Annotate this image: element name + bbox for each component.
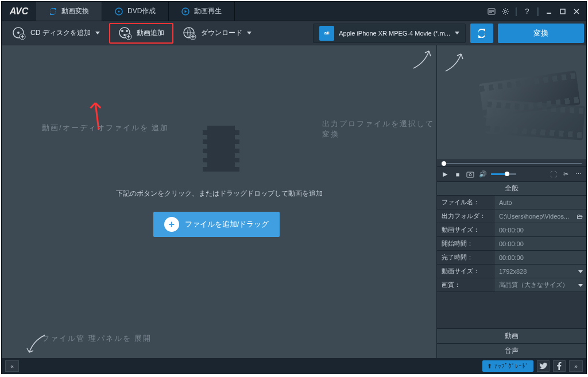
more-button[interactable]: ⋯ — [574, 170, 583, 179]
hint-profile: 出力プロファイルを選択して変換 — [322, 119, 436, 139]
add-cd-label: CD ディスクを追加 — [30, 28, 91, 38]
tab-video-convert[interactable]: 動画変換 — [36, 2, 102, 21]
prop-vidsize-value: 00:00:00 — [494, 223, 586, 236]
add-video-button[interactable]: 動画追加 — [109, 23, 173, 44]
prop-filename-value[interactable]: Auto — [494, 196, 586, 209]
title-bar: AVC 動画変換 DVD作成 動画再生 — [2, 2, 586, 21]
svg-point-11 — [126, 30, 128, 32]
expand-panel-button[interactable]: » — [569, 360, 583, 372]
play-button[interactable]: ▶ — [440, 170, 450, 179]
svg-point-12 — [123, 34, 126, 36]
output-profile-dropdown[interactable]: all Apple iPhone XR MPEG-4 Movie (*.m... — [313, 24, 466, 43]
upgrade-button[interactable]: ⬆ ｱｯﾌﾟｸﾞﾚｰﾄﾞ — [482, 360, 533, 372]
refresh-button[interactable] — [470, 24, 493, 43]
prop-start-value: 00:00:00 — [494, 237, 586, 250]
prop-dim-dropdown[interactable]: 1792x828 — [494, 265, 586, 278]
download-label: ダウンロード — [201, 28, 242, 38]
toolbar: CD ディスクを追加 動画追加 ダウンロード all Apple iPhone … — [2, 21, 586, 45]
settings-icon[interactable] — [500, 6, 510, 17]
caret-down-icon — [455, 32, 459, 34]
maximize-button[interactable] — [558, 6, 568, 17]
snapshot-button[interactable] — [466, 170, 475, 179]
tab-play-label: 動画再生 — [194, 6, 222, 16]
profile-all-icon: all — [319, 26, 334, 41]
volume-slider[interactable] — [491, 173, 516, 175]
hint-expand: ファイル管 理パネルを 展開 — [42, 333, 152, 344]
add-cd-button[interactable]: CD ディスクを追加 — [4, 23, 108, 44]
profile-label: Apple iPhone XR MPEG-4 Movie (*.m... — [339, 30, 450, 37]
svg-rect-5 — [560, 9, 565, 14]
hint-add-file: 動画/オーディオファイルを 追加 — [42, 123, 169, 133]
convert-button[interactable]: 変換 — [498, 24, 584, 43]
caret-down-icon — [247, 32, 252, 34]
film-placeholder-icon — [203, 126, 239, 172]
disc-icon — [115, 7, 123, 15]
caret-down-icon — [578, 284, 583, 287]
prop-start-label: 開始時間： — [437, 237, 494, 250]
convert-label: 変換 — [533, 28, 548, 38]
download-button[interactable]: ダウンロード — [175, 23, 260, 44]
svg-point-10 — [121, 30, 123, 32]
caret-down-icon — [578, 270, 583, 273]
facebook-button[interactable] — [553, 360, 566, 372]
tab-dvd-label: DVD作成 — [127, 6, 156, 16]
svg-point-1 — [118, 10, 120, 12]
curve-arrow-icon — [443, 51, 466, 74]
cut-button[interactable]: ✂ — [561, 170, 570, 179]
upgrade-label: ｱｯﾌﾟｸﾞﾚｰﾄﾞ — [494, 363, 529, 370]
help-icon[interactable]: ? — [522, 6, 532, 17]
film-plus-icon — [118, 26, 132, 40]
svg-rect-16 — [467, 172, 474, 177]
section-audio[interactable]: 音声 — [437, 343, 586, 358]
add-file-button[interactable]: + ファイルを追加/ドラッグ — [153, 212, 280, 237]
stop-button[interactable]: ■ — [453, 170, 462, 179]
status-bar: « ⬆ ｱｯﾌﾟｸﾞﾚｰﾄﾞ » — [2, 358, 586, 374]
svg-point-7 — [17, 32, 20, 34]
add-video-label: 動画追加 — [137, 28, 164, 38]
globe-plus-icon — [183, 26, 196, 40]
prop-output-label: 出力フォルダ： — [437, 209, 494, 223]
section-video[interactable]: 動画 — [437, 328, 586, 343]
prop-end-label: 完了時間： — [437, 251, 494, 264]
right-panel: ▶ ■ 🔊 ⛶ ✂ ⋯ 全般 ファイル名：Auto 出力フォルダ：C:\User… — [437, 45, 586, 358]
prop-end-value: 00:00:00 — [494, 251, 586, 264]
prop-quality-dropdown[interactable]: 高品質（大きなサイズ） — [494, 278, 586, 292]
svg-point-17 — [469, 173, 471, 176]
play-icon — [181, 7, 189, 15]
minimize-button[interactable] — [544, 6, 554, 17]
prop-dim-label: 動画サイズ： — [437, 265, 494, 278]
player-controls: ▶ ■ 🔊 ⛶ ✂ ⋯ — [437, 167, 586, 182]
seek-slider[interactable] — [437, 160, 586, 167]
app-logo: AVC — [2, 2, 36, 21]
curve-arrow-icon — [411, 48, 434, 71]
film-strip-graphic — [479, 71, 585, 147]
prop-vidsize-label: 動画サイズ： — [437, 223, 494, 236]
main-drop-area[interactable]: 動画/オーディオファイルを 追加 出力プロファイルを選択して変換 ファイル管 理… — [2, 45, 437, 358]
close-button[interactable] — [571, 6, 582, 17]
tab-dvd[interactable]: DVD作成 — [102, 2, 169, 21]
tab-convert-label: 動画変換 — [61, 6, 89, 16]
caret-down-icon — [95, 32, 100, 34]
collapse-panel-button[interactable]: « — [5, 360, 19, 372]
volume-icon[interactable]: 🔊 — [478, 170, 488, 179]
prop-quality-label: 画質： — [437, 278, 494, 292]
preview-area — [437, 45, 586, 160]
upgrade-arrow-icon: ⬆ — [487, 363, 492, 370]
plus-circle-icon: + — [164, 217, 179, 232]
twitter-button[interactable] — [537, 360, 550, 372]
curve-arrow-icon — [25, 332, 48, 355]
svg-point-4 — [504, 10, 506, 13]
fullscreen-button[interactable]: ⛶ — [548, 170, 558, 179]
tab-play[interactable]: 動画再生 — [169, 2, 235, 21]
refresh-icon — [49, 7, 57, 15]
disc-plus-icon — [12, 26, 26, 40]
preferences-icon[interactable] — [486, 6, 497, 17]
drop-hint-text: 下記のボタンをクリック、またはドラッグドロップして動画を追加 — [2, 189, 436, 199]
prop-output-value[interactable]: C:\Users\honep\Videos...🗁 — [494, 209, 586, 223]
browse-folder-icon[interactable]: 🗁 — [577, 213, 583, 220]
prop-filename-label: ファイル名： — [437, 196, 494, 209]
props-header-general[interactable]: 全般 — [437, 182, 586, 196]
add-file-label: ファイルを追加/ドラッグ — [185, 219, 269, 230]
